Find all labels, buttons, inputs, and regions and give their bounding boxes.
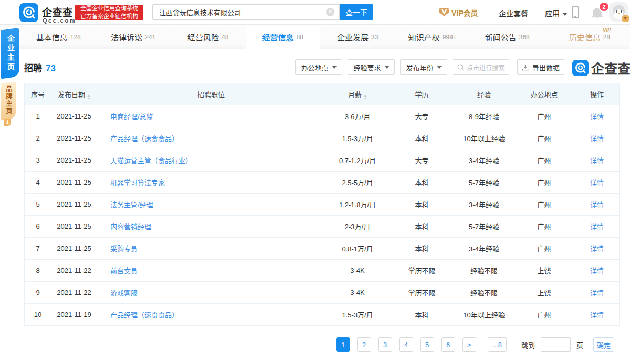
avatar-dropdown-icon[interactable] (622, 15, 629, 22)
cell-experience: 8-9年经验 (454, 105, 514, 127)
chevron-down-icon (332, 66, 337, 69)
cell-experience: 5-7年经验 (454, 216, 514, 238)
company-search-input[interactable] (152, 4, 340, 20)
cell-index: 10 (25, 304, 51, 326)
filter-office-location[interactable]: 办公地点 (295, 59, 342, 75)
side-tab-brand-home[interactable]: 品牌主页 (1, 81, 16, 120)
cell-job-title: 内容营销经理 (97, 216, 326, 238)
search-button[interactable]: 查一下 (340, 4, 373, 20)
export-data-button[interactable]: 导出数据 (517, 59, 564, 75)
page-button-3[interactable]: 3 (378, 337, 392, 352)
logo-title[interactable]: 企查查 (42, 5, 73, 19)
more-pages-button[interactable]: ...8 (488, 337, 507, 352)
job-title-link[interactable]: 游戏客服 (110, 289, 138, 297)
cell-action: 详情 (574, 238, 620, 260)
job-title-link[interactable]: 天猫运营主管（食品行业） (110, 157, 192, 165)
recruitment-table: 序号发布日期招聘职位月薪学历经验办公地点操作 12021-11-25电商经理/总… (24, 83, 620, 326)
table-row: 62021-11-25内容营销经理2-3万/月本科5-7年经验广州详情 (25, 216, 620, 238)
cell-location: 广州 (514, 172, 574, 194)
cell-action: 详情 (574, 260, 620, 282)
job-title-link[interactable]: 产品经理（速食食品） (110, 135, 178, 143)
cell-salary: 3-4K (326, 260, 390, 282)
confirm-jump-button[interactable]: 确定 (593, 337, 614, 352)
cell-index: 8 (25, 260, 51, 282)
page-button-1[interactable]: 1 (336, 337, 350, 352)
cell-date: 2021-11-19 (51, 304, 97, 326)
cell-salary: 0.7-1.2万/月 (326, 149, 390, 172)
job-title-link[interactable]: 采购专员 (110, 245, 138, 253)
nav-tab-5[interactable]: 企业发展33 (320, 25, 395, 49)
apps-menu[interactable]: 应用 (545, 8, 567, 18)
cell-location: 上饶 (514, 282, 574, 304)
detail-link[interactable]: 详情 (590, 201, 604, 209)
sort-icon[interactable] (87, 95, 90, 99)
cell-location: 上饶 (514, 260, 574, 282)
cell-location: 广州 (514, 194, 574, 216)
filter-experience[interactable]: 经验要求 (348, 59, 395, 75)
detail-link[interactable]: 详情 (590, 223, 604, 231)
enterprise-package-link[interactable]: 企业套餐 (499, 8, 528, 18)
cell-salary: 1.5-3万/月 (326, 304, 390, 326)
nav-tab-label: 知识产权 (408, 31, 440, 42)
nav-tab-8[interactable]: VIP历史信息28 (545, 25, 620, 49)
detail-link[interactable]: 详情 (590, 157, 604, 165)
clear-search-icon[interactable]: ✕ (326, 8, 334, 16)
vip-member-link[interactable]: VIP会员 (452, 7, 478, 18)
table-search-box[interactable]: 点击进行搜索 (453, 59, 509, 75)
nav-tab-3[interactable]: 经营风险48 (171, 25, 246, 49)
nav-tab-count: 88 (297, 34, 303, 41)
nav-tab-2[interactable]: 法律诉讼241 (96, 25, 171, 49)
next-page-button[interactable]: > (462, 337, 476, 352)
detail-link[interactable]: 详情 (590, 311, 604, 319)
side-tab-company-home[interactable]: 企业主页 (1, 28, 19, 79)
detail-link[interactable]: 详情 (590, 113, 604, 121)
table-search-placeholder: 点击进行搜索 (467, 63, 505, 72)
job-title-link[interactable]: 内容营销经理 (110, 223, 151, 231)
qcc-watermark: 企查查 (572, 58, 630, 77)
cell-index: 4 (25, 172, 51, 194)
detail-link[interactable]: 详情 (590, 179, 604, 187)
nav-tab-4[interactable]: 经营信息88 (246, 25, 321, 49)
filter-publish-year[interactable]: 发布年份 (400, 59, 447, 75)
sort-icon[interactable] (364, 95, 367, 99)
page-button-4[interactable]: 4 (399, 337, 413, 352)
cell-date: 2021-11-22 (51, 260, 97, 282)
mobile-app-icon[interactable] (572, 6, 579, 18)
qcc-logo-icon[interactable] (19, 3, 38, 22)
cell-index: 2 (25, 127, 51, 149)
table-row: 42021-11-25机器学习算法专家2.5-5万/月本科5-7年经验广州详情 (25, 172, 620, 194)
detail-link[interactable]: 详情 (590, 135, 604, 143)
job-title-link[interactable]: 产品经理（速食食品） (110, 311, 178, 319)
section-title-text: 招聘 (24, 63, 42, 73)
cell-salary: 3-4K (326, 282, 390, 304)
page-button-2[interactable]: 2 (357, 337, 371, 352)
page-button-6[interactable]: 6 (441, 337, 455, 352)
job-title-link[interactable]: 电商经理/总监 (110, 113, 153, 121)
cell-location: 广州 (514, 105, 574, 127)
cell-education: 本科 (390, 127, 454, 149)
detail-link[interactable]: 详情 (590, 267, 604, 275)
logo-domain: Qcc.com (43, 17, 76, 24)
cell-education: 本科 (390, 304, 454, 326)
cell-index: 5 (25, 194, 51, 216)
detail-link[interactable]: 详情 (590, 289, 604, 297)
apps-caret-icon (563, 13, 567, 16)
nav-tab-label: 基本信息 (36, 31, 68, 42)
page-button-5[interactable]: 5 (420, 337, 434, 352)
column-header-2[interactable]: 发布日期 (51, 83, 97, 105)
job-title-link[interactable]: 法务主管/经理 (110, 201, 153, 209)
jump-page-input[interactable] (541, 337, 571, 352)
detail-link[interactable]: 详情 (590, 245, 604, 253)
certification-line1: 全国企业信用查询系统 (75, 5, 143, 13)
nav-tab-7[interactable]: 新闻公告368 (470, 25, 545, 49)
nav-tab-1[interactable]: 基本信息128 (21, 25, 96, 49)
job-title-link[interactable]: 前台文员 (110, 267, 138, 275)
column-header-4[interactable]: 月薪 (326, 83, 390, 105)
cell-location: 广州 (514, 304, 574, 326)
cell-index: 1 (25, 105, 51, 127)
nav-tab-count: 33 (371, 34, 378, 41)
cell-experience: 3-4年经验 (454, 238, 514, 260)
job-title-link[interactable]: 机器学习算法专家 (110, 179, 165, 187)
nav-tab-6[interactable]: 知识产权999+ (395, 25, 470, 49)
cell-education: 本科 (390, 216, 454, 238)
